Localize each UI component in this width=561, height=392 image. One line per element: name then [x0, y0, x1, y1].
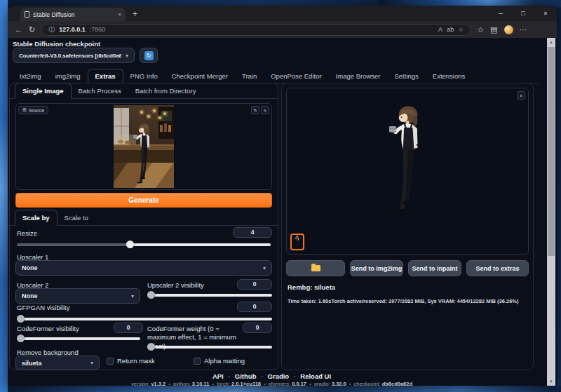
close-button[interactable]: × [534, 10, 557, 17]
new-tab-button[interactable]: + [133, 8, 137, 21]
checkbox-box[interactable] [194, 358, 201, 365]
xformers-value: 0.0.17 [292, 381, 306, 386]
site-info-icon[interactable]: ⓘ [48, 25, 55, 34]
main-tabs: txt2img img2img Extras PNG Info Checkpoi… [13, 69, 539, 83]
subtab-batch-from-directory[interactable]: Batch from Directory [128, 83, 203, 98]
favorite-star-icon[interactable]: ☆ [458, 26, 464, 33]
api-link[interactable]: API [212, 372, 224, 380]
send-to-extras-button[interactable]: Send to extras [466, 260, 529, 276]
codeformer-visibility-label: CodeFormer visibility [17, 325, 79, 332]
scrollbar-thumb[interactable] [548, 47, 555, 256]
subtab-single-image[interactable]: Single Image [15, 83, 72, 99]
translate-icon[interactable]: ab [447, 26, 454, 33]
tab-png-info[interactable]: PNG Info [123, 69, 165, 83]
open-folder-button[interactable] [286, 260, 345, 276]
torch-key: torch: [217, 381, 230, 386]
xformers-key: xformers: [269, 381, 290, 386]
checkpoint-dropdown[interactable]: Counterfeit-V3.0.safetensors [db6cd0a62d… [13, 48, 135, 63]
upscaler2-value: None [22, 292, 127, 299]
scroll-down-icon[interactable]: ▼ [547, 377, 555, 386]
upscaler1-dropdown[interactable]: None ▾ [15, 260, 272, 276]
refresh-checkpoint-button[interactable]: ↻ [140, 48, 158, 63]
python-value: 3.10.11 [192, 381, 210, 386]
tab-extras[interactable]: Extras [88, 69, 123, 83]
clear-image-button[interactable]: × [261, 106, 269, 114]
send-to-inpaint-button[interactable]: Send to inpaint [408, 260, 461, 276]
scroll-up-icon[interactable]: ▲ [547, 38, 555, 46]
gfpgan-visibility-input[interactable]: 0 [237, 302, 272, 312]
settings-dots-icon[interactable]: ⋯ [520, 25, 527, 34]
address-bar[interactable]: ⓘ 127.0.0.1 :7860 A ab ☆ [41, 24, 471, 36]
checkpoint-value: Counterfeit-V3.0.safetensors [db6cd0a62d… [19, 53, 121, 59]
remove-background-dropdown[interactable]: silueta ▾ [15, 356, 100, 370]
gallery-thumbnail-selected[interactable] [290, 234, 304, 250]
extras-subtabs: Single Image Batch Process Batch from Di… [10, 83, 278, 99]
browser-tab-title: Stable Diffusion [33, 11, 114, 18]
read-aloud-icon[interactable]: A [438, 26, 442, 33]
collections-icon[interactable]: ▤ [490, 25, 497, 34]
tab-checkpoint-merger[interactable]: Checkpoint Merger [165, 69, 235, 83]
close-image-button[interactable]: × [517, 91, 525, 100]
tab-image-browser[interactable]: Image Browser [329, 69, 388, 83]
maximize-button[interactable]: □ [512, 10, 534, 17]
chevron-down-icon: ▾ [263, 265, 266, 271]
separator-dot: • [210, 381, 215, 386]
resize-slider[interactable] [17, 241, 271, 248]
window-controls: ─ □ × [489, 6, 557, 21]
tab-scale-to[interactable]: Scale to [58, 210, 95, 225]
resize-value-input[interactable]: 4 [233, 227, 272, 238]
tab-img2img[interactable]: img2img [48, 69, 88, 83]
source-image-dropzone[interactable]: ⊞ Source ✎ × [15, 103, 272, 190]
github-link[interactable]: Github [235, 372, 257, 380]
output-actions: Send to img2img Send to inpaint Send to … [286, 260, 529, 276]
return-mask-checkbox[interactable]: Return mask [107, 357, 155, 365]
minimize-button[interactable]: ─ [489, 10, 512, 17]
upscaler2-visibility-label: Upscaler 2 visibility [147, 281, 204, 289]
stable-diffusion-page: Stable Diffusion checkpoint Counterfeit-… [8, 38, 557, 386]
browser-scrollbar[interactable]: ▲ ▼ [547, 38, 555, 386]
checkpoint-value: db6cd0a62d [382, 381, 412, 386]
browser-tab[interactable]: Stable Diffusion × [20, 8, 126, 21]
send-to-img2img-button[interactable]: Send to img2img [350, 260, 403, 276]
chevron-down-icon: ▾ [90, 360, 93, 366]
source-badge: ⊞ Source [18, 106, 48, 114]
favorites-bar-icon[interactable]: ☆ [477, 25, 484, 34]
reload-ui-link[interactable]: Reload UI [300, 372, 331, 380]
python-key: python: [173, 381, 191, 386]
codeformer-visibility-input[interactable]: 0 [114, 323, 143, 333]
alpha-matting-checkbox[interactable]: Alpha matting [194, 357, 245, 365]
generate-button[interactable]: Generate [15, 193, 272, 208]
remove-background-value: silueta [22, 360, 86, 367]
tab-settings[interactable]: Settings [387, 69, 425, 83]
upscaler2-dropdown[interactable]: None ▾ [15, 288, 140, 304]
subtab-batch-process[interactable]: Batch Process [72, 83, 128, 98]
codeformer-weight-input[interactable]: 0 [243, 323, 272, 333]
tab-openpose-editor[interactable]: OpenPose Editor [264, 69, 328, 83]
tab-txt2img[interactable]: txt2img [13, 69, 48, 83]
edit-image-button[interactable]: ✎ [251, 106, 259, 114]
version-value: v1.3.2 [151, 381, 165, 386]
checkpoint-label: Stable Diffusion checkpoint [13, 40, 100, 48]
gradio-link[interactable]: Gradio [268, 372, 290, 380]
back-icon[interactable]: ← [15, 25, 22, 34]
separator-dot: • [167, 381, 172, 386]
upscaler1-value: None [22, 264, 259, 271]
wallpaper-bottom-streaks [0, 386, 561, 392]
profile-avatar[interactable] [504, 25, 513, 34]
upscaler2-visibility-slider[interactable] [147, 291, 272, 299]
footer-links: API • Github • Gradio • Reload UI [8, 372, 536, 380]
tab-close-icon[interactable]: × [118, 11, 121, 18]
browser-titlebar: Stable Diffusion × + ─ □ × [8, 6, 557, 21]
upscaler2-visibility-input[interactable]: 0 [237, 279, 272, 290]
codeformer-visibility-slider[interactable] [17, 334, 140, 342]
checkbox-box[interactable] [107, 358, 114, 365]
codeformer-weight-slider[interactable] [147, 343, 272, 351]
gfpgan-visibility-slider[interactable] [17, 315, 272, 323]
time-taken-status: Time taken: 1.60sTorch active/reserved: … [288, 298, 518, 304]
tab-scale-by[interactable]: Scale by [15, 210, 58, 226]
source-image [114, 105, 174, 188]
reload-icon[interactable]: ↻ [29, 25, 35, 34]
tab-train[interactable]: Train [235, 69, 264, 83]
grid-icon: ⊞ [22, 107, 27, 113]
tab-extensions[interactable]: Extensions [426, 69, 472, 83]
